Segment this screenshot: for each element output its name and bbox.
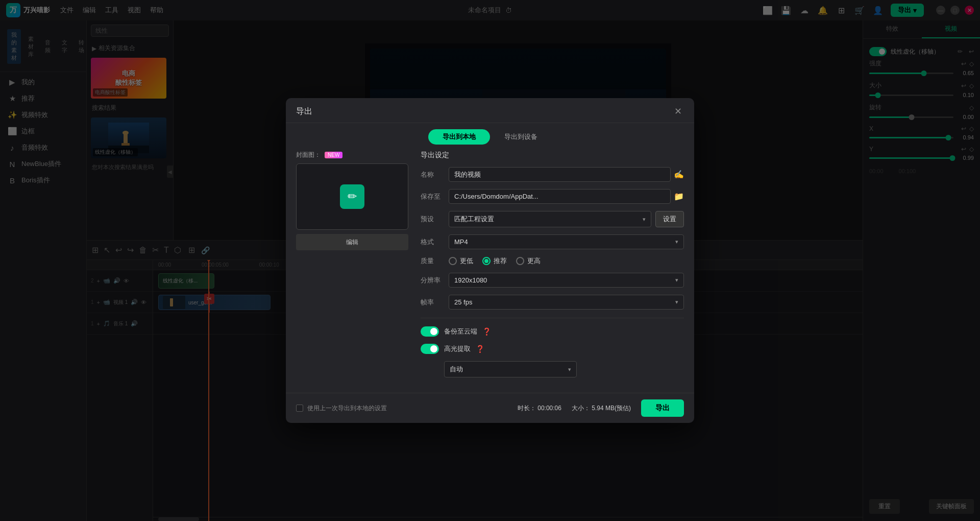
cloud-backup-help-icon[interactable]: ❓ xyxy=(482,327,491,336)
dialog-body: 封面图： NEW ✏ 编辑 导出设定 名称 ✍ 保存至 xyxy=(286,151,694,393)
dialog-footer: 使用上一次导出到本地的设置 时长： 00:00:06 大小： 5.94 MB(预… xyxy=(286,393,694,423)
format-row: 格式 MP4 ▾ xyxy=(421,234,684,249)
highlight-mode-chevron-icon: ▾ xyxy=(568,366,571,373)
dialog-title: 导出 xyxy=(296,106,312,117)
cloud-backup-row: 备份至云端 ❓ xyxy=(421,326,684,337)
highlight-toggle[interactable] xyxy=(421,344,439,354)
highlight-mode-select[interactable]: 自动 ▾ xyxy=(444,361,577,377)
duration-meta: 时长： 00:00:06 xyxy=(518,404,561,413)
size-meta: 大小： 5.94 MB(预估) xyxy=(572,404,631,413)
dialog-tabs: 导出到本地 导出到设备 xyxy=(286,123,694,151)
settings-title: 导出设定 xyxy=(421,151,684,160)
save-row: 保存至 📁 xyxy=(421,189,684,204)
resolution-chevron-icon: ▾ xyxy=(675,277,678,283)
export-main-button[interactable]: 导出 xyxy=(641,399,684,417)
highlight-label: 高光提取 xyxy=(444,344,471,353)
format-select[interactable]: MP4 ▾ xyxy=(449,234,684,249)
quality-lower-radio[interactable] xyxy=(449,257,457,265)
quality-label: 质量 xyxy=(421,256,449,266)
resolution-row: 分辨率 1920x1080 ▾ xyxy=(421,273,684,288)
quality-options: 更低 推荐 更高 xyxy=(449,256,541,266)
settings-section: 导出设定 名称 ✍ 保存至 📁 预设 xyxy=(421,151,684,385)
cover-label: 封面图： NEW xyxy=(296,151,408,159)
preset-row: 预设 匹配工程设置 ▾ 设置 xyxy=(421,211,684,227)
settings-config-button[interactable]: 设置 xyxy=(655,211,684,227)
quality-higher-radio[interactable] xyxy=(516,257,524,265)
resolution-select[interactable]: 1920x1080 ▾ xyxy=(449,273,684,288)
size-value: 5.94 MB(预估) xyxy=(592,405,631,412)
preset-chevron-icon: ▾ xyxy=(643,216,646,223)
highlight-row: 高光提取 ❓ xyxy=(421,344,684,354)
cloud-backup-label: 备份至云端 xyxy=(444,327,477,336)
export-dialog: 导出 ✕ 导出到本地 导出到设备 封面图： NEW ✏ 编辑 导出设定 名称 xyxy=(286,98,694,423)
save-path-input[interactable] xyxy=(449,189,671,204)
format-chevron-icon: ▾ xyxy=(675,239,678,245)
name-input-group: ✍ xyxy=(449,167,684,182)
ai-icon[interactable]: ✍ xyxy=(674,170,684,179)
quality-higher[interactable]: 更高 xyxy=(516,256,541,266)
use-last-settings: 使用上一次导出到本地的设置 xyxy=(296,404,387,413)
format-label: 格式 xyxy=(421,238,449,247)
dialog-header: 导出 ✕ xyxy=(286,98,694,123)
duration-value: 00:00:06 xyxy=(537,405,561,412)
tab-device[interactable]: 导出到设备 xyxy=(490,129,552,145)
radio-dot xyxy=(484,259,488,263)
footer-right: 时长： 00:00:06 大小： 5.94 MB(预估) 导出 xyxy=(518,399,684,417)
name-label: 名称 xyxy=(421,170,449,179)
cover-edit-icon: ✏ xyxy=(340,184,364,209)
highlight-help-icon[interactable]: ❓ xyxy=(476,345,484,353)
quality-row: 质量 更低 推荐 更高 xyxy=(421,256,684,266)
resolution-label: 分辨率 xyxy=(421,276,449,285)
divider-1 xyxy=(421,318,684,318)
quality-lower[interactable]: 更低 xyxy=(449,256,473,266)
folder-icon[interactable]: 📁 xyxy=(674,192,684,201)
use-last-settings-checkbox[interactable] xyxy=(296,405,303,412)
fps-row: 帧率 25 fps ▾ xyxy=(421,295,684,310)
tab-local[interactable]: 导出到本地 xyxy=(428,129,490,145)
preset-label: 预设 xyxy=(421,215,449,224)
dialog-close-button[interactable]: ✕ xyxy=(672,105,684,117)
cloud-backup-toggle[interactable] xyxy=(421,326,439,337)
fps-label: 帧率 xyxy=(421,298,449,307)
save-input-group: 📁 xyxy=(449,189,684,204)
quality-recommended-radio[interactable] xyxy=(482,257,491,265)
preset-select[interactable]: 匹配工程设置 ▾ xyxy=(449,211,651,227)
cover-edit-button[interactable]: 编辑 xyxy=(296,234,408,250)
name-row: 名称 ✍ xyxy=(421,167,684,182)
quality-recommended[interactable]: 推荐 xyxy=(482,256,507,266)
fps-chevron-icon: ▾ xyxy=(675,299,678,305)
cover-section: 封面图： NEW ✏ 编辑 xyxy=(296,151,408,385)
highlight-sub-row: 自动 ▾ xyxy=(444,361,684,377)
new-badge: NEW xyxy=(325,152,342,158)
fps-select[interactable]: 25 fps ▾ xyxy=(449,295,684,310)
save-label: 保存至 xyxy=(421,192,449,201)
name-input[interactable] xyxy=(449,167,671,182)
cover-preview: ✏ xyxy=(296,163,408,230)
